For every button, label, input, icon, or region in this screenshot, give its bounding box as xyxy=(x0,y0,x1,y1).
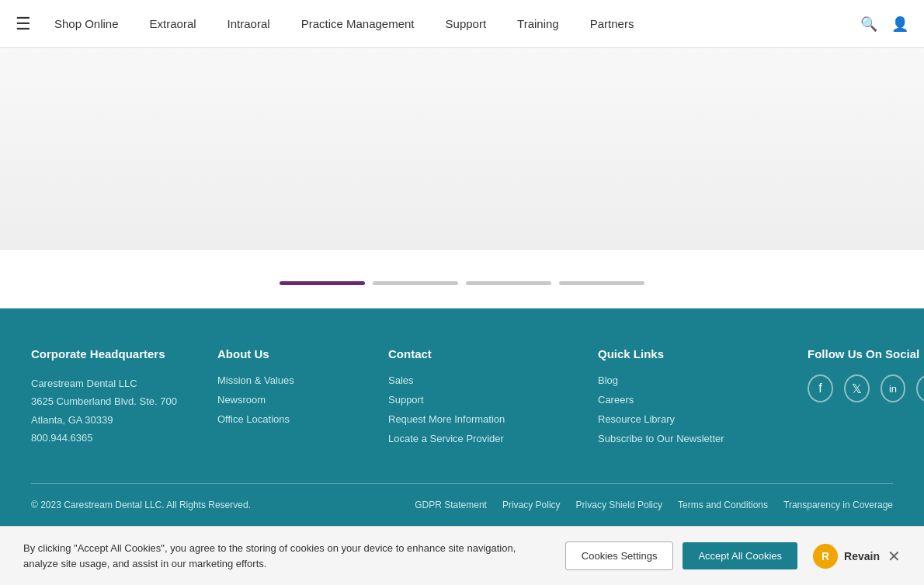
nav-training[interactable]: Training xyxy=(517,17,559,30)
footer-col-about-us: About Us Mission & Values Newsroom Offic… xyxy=(217,347,373,452)
nav-links: Shop Online Extraoral Intraoral Practice… xyxy=(54,17,860,30)
footer-col-corporate-hq: Corporate Headquarters Carestream Dental… xyxy=(31,347,202,452)
nav-intraoral[interactable]: Intraoral xyxy=(228,17,270,30)
cookies-settings-button[interactable]: Cookies Settings xyxy=(565,541,674,570)
footer-link-locate-provider[interactable]: Locate a Service Provider xyxy=(388,433,582,444)
footer-link-privacy-shield[interactable]: Privacy Shield Policy xyxy=(576,500,662,510)
footer-link-privacy-policy[interactable]: Privacy Policy xyxy=(502,500,561,510)
nav-shop-online[interactable]: Shop Online xyxy=(54,17,119,30)
main-content xyxy=(0,48,924,266)
footer-col-quick-links: Quick Links Blog Careers Resource Librar… xyxy=(598,347,792,452)
footer-link-careers[interactable]: Careers xyxy=(598,394,792,406)
footer-address: Carestream Dental LLC 3625 Cumberland Bl… xyxy=(31,374,202,447)
footer-link-office-locations[interactable]: Office Locations xyxy=(217,413,373,425)
footer-link-resource-library[interactable]: Resource Library xyxy=(598,413,792,425)
footer-col-title-about: About Us xyxy=(217,347,373,360)
footer-link-blog[interactable]: Blog xyxy=(598,374,792,386)
nav-practice-management[interactable]: Practice Management xyxy=(301,17,415,30)
footer-link-gdpr[interactable]: GDPR Statement xyxy=(415,500,487,510)
footer-link-newsroom[interactable]: Newsroom xyxy=(217,394,373,406)
cookie-logo: R Revain xyxy=(813,544,880,569)
cookie-buttons: Cookies Settings Accept All Cookies xyxy=(565,541,797,570)
footer-col-title-contact: Contact xyxy=(388,347,582,360)
footer-bottom-links: GDPR Statement Privacy Policy Privacy Sh… xyxy=(415,500,893,510)
cookie-banner: By clicking "Accept All Cookies", you ag… xyxy=(0,526,924,585)
address-line1: 3625 Cumberland Blvd. Ste. 700 xyxy=(31,392,202,410)
nav-icons: 🔍 👤 xyxy=(860,16,908,33)
hamburger-icon[interactable]: ☰ xyxy=(16,14,31,34)
search-icon[interactable]: 🔍 xyxy=(860,16,877,33)
user-icon[interactable]: 👤 xyxy=(891,16,908,33)
footer-col-title-quick: Quick Links xyxy=(598,347,792,360)
revain-icon: R xyxy=(813,544,838,569)
footer-link-terms[interactable]: Terms and Conditions xyxy=(678,500,768,510)
footer-link-sales[interactable]: Sales xyxy=(388,374,582,386)
footer-bottom: © 2023 Carestream Dental LLC. All Rights… xyxy=(31,483,893,510)
linkedin-icon[interactable]: in xyxy=(881,374,906,402)
address-line2: Atlanta, GA 30339 xyxy=(31,411,202,429)
twitter-icon[interactable]: 𝕏 xyxy=(844,374,870,402)
carousel-dot-3[interactable] xyxy=(466,281,551,285)
footer-col-title-hq: Corporate Headquarters xyxy=(31,347,202,360)
footer-link-transparency[interactable]: Transparency in Coverage xyxy=(783,500,893,510)
footer-link-mission-values[interactable]: Mission & Values xyxy=(217,374,373,386)
navbar: ☰ Shop Online Extraoral Intraoral Practi… xyxy=(0,0,924,48)
cookie-message: By clicking "Accept All Cookies", you ag… xyxy=(23,542,516,569)
social-icons: f 𝕏 in ▶ ◉ xyxy=(808,374,924,402)
accept-all-cookies-button[interactable]: Accept All Cookies xyxy=(683,542,797,569)
footer-col-social: Follow Us On Social f 𝕏 in ▶ ◉ xyxy=(808,347,924,452)
nav-extraoral[interactable]: Extraoral xyxy=(150,17,196,30)
carousel-dot-4[interactable] xyxy=(559,281,644,285)
footer-link-subscribe[interactable]: Subscribe to Our Newsletter xyxy=(598,433,792,444)
cookie-close-icon[interactable]: ✕ xyxy=(888,547,901,566)
revain-label: Revain xyxy=(844,550,880,562)
footer-link-request-info[interactable]: Request More Information xyxy=(388,413,582,425)
nav-partners[interactable]: Partners xyxy=(590,17,634,30)
footer-col-title-social: Follow Us On Social xyxy=(808,347,924,360)
youtube-icon[interactable]: ▶ xyxy=(916,374,924,402)
carousel-dot-2[interactable] xyxy=(373,281,458,285)
facebook-icon[interactable]: f xyxy=(808,374,833,402)
hero-placeholder xyxy=(0,48,924,250)
phone: 800.944.6365 xyxy=(31,429,202,447)
company-name: Carestream Dental LLC xyxy=(31,374,202,392)
nav-support[interactable]: Support xyxy=(446,17,487,30)
footer: Corporate Headquarters Carestream Dental… xyxy=(0,308,924,534)
cookie-text: By clicking "Accept All Cookies", you ag… xyxy=(23,541,550,571)
footer-link-support[interactable]: Support xyxy=(388,394,582,406)
carousel-dot-1[interactable] xyxy=(280,281,365,285)
footer-top: Corporate Headquarters Carestream Dental… xyxy=(31,347,893,452)
footer-col-contact: Contact Sales Support Request More Infor… xyxy=(388,347,582,452)
carousel-indicators xyxy=(0,266,924,308)
footer-copyright: © 2023 Carestream Dental LLC. All Rights… xyxy=(31,500,251,510)
